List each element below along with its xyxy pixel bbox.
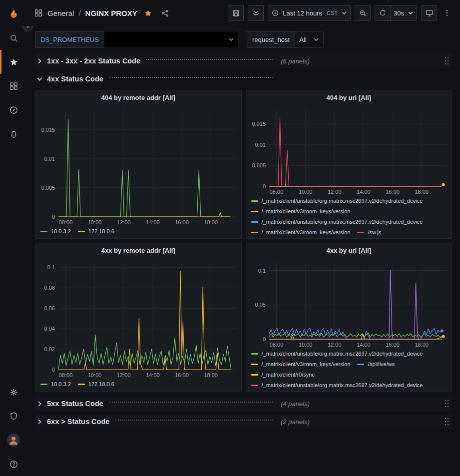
legend-item[interactable]: /api/live/ws [357,360,395,369]
row-drag-handle-icon[interactable] [442,398,451,409]
svg-text:10:00: 10:00 [298,189,312,195]
row-drag-handle-icon[interactable] [442,416,451,427]
breadcrumb-section[interactable]: General [47,9,74,17]
avatar [7,434,20,447]
save-dashboard-button[interactable] [228,5,244,21]
grafana-logo[interactable] [7,6,20,20]
timeseries-chart[interactable]: 00.050.108:0010:0012:0014:0016:0018:00 [246,258,452,349]
chevron-down-icon [408,10,414,16]
svg-text:0.005: 0.005 [41,185,55,191]
legend-item[interactable]: /_matrix/client/v3/room_keys/version [251,207,351,216]
share-icon[interactable] [159,7,171,19]
svg-text:18:00: 18:00 [204,372,218,378]
sidebar-item-profile[interactable] [0,428,27,452]
svg-text:0.01: 0.01 [255,142,265,148]
timeseries-chart[interactable]: 00.0050.010.01508:0010:0012:0014:0016:00… [246,105,452,196]
dashboard-content: 1xx - 3xx - 2xx Status Code (6 panels) 4… [27,53,460,429]
svg-text:0.04: 0.04 [44,326,55,332]
legend-item[interactable]: 172.18.0.6 [78,380,114,389]
refresh-interval-select[interactable]: 30s [390,5,417,21]
legend-item[interactable]: 10.0.3.2 [40,227,71,236]
sidebar-item-search[interactable] [0,26,27,50]
zoom-out-button[interactable] [355,5,371,21]
chevron-down-icon [341,10,347,16]
sidebar-item-explore[interactable] [0,98,27,122]
request-host-label[interactable]: request_host [247,31,295,48]
breadcrumb: General / NGINX PROXY [34,7,171,19]
svg-text:08:00: 08:00 [59,219,73,225]
legend-item[interactable]: /_matrix/client/v3/room_keys/version [251,228,351,237]
sidebar-item-server-admin[interactable] [0,404,27,428]
dotted-leader [146,59,273,60]
row-drag-handle-icon[interactable] [442,55,451,66]
breadcrumb-separator: / [78,9,80,17]
request-host-variable: request_host All [247,31,324,48]
timeseries-chart[interactable]: 00.0050.010.01508:0010:0012:0014:0016:00… [35,105,241,227]
svg-text:16:00: 16:00 [386,189,400,195]
svg-text:0.1: 0.1 [47,264,55,270]
sidebar-item-starred[interactable] [0,50,27,74]
refresh-button[interactable] [375,5,391,21]
legend-swatch [251,200,258,202]
tv-view-button[interactable] [421,5,437,21]
chart-legend: 10.0.3.2172.18.0.6 [35,380,241,391]
legend-item[interactable]: /_matrix/client/unstable/org.matrix.msc2… [251,350,423,358]
sidebar-item-alerting[interactable] [0,122,27,146]
row-header-6xx[interactable]: 6xx > Status Code (2 panels) [35,415,452,429]
svg-text:12:00: 12:00 [117,372,131,378]
svg-text:0.005: 0.005 [252,162,266,168]
sidebar-item-dashboards[interactable] [0,74,27,98]
sidebar-item-configuration[interactable] [0,380,27,404]
datasource-select[interactable] [104,31,239,48]
dashboard-settings-button[interactable] [248,5,264,21]
kebab-menu-icon[interactable] [441,7,453,19]
request-host-value: All [299,36,306,43]
legend-item[interactable]: 10.0.3.2 [40,380,71,389]
svg-text:0.1: 0.1 [258,268,265,274]
panel-grid-4xx: 404 by remote addr [All] 00.0050.010.015… [35,90,452,392]
svg-text:10:00: 10:00 [88,372,102,378]
legend-swatch [251,374,258,376]
panel-title[interactable]: 404 by uri [All] [246,90,452,105]
favorite-star-icon[interactable] [142,7,154,19]
legend-swatch [78,384,85,385]
legend-swatch [40,231,47,232]
sidebar-item-help[interactable] [0,452,27,476]
legend-swatch [251,364,258,365]
svg-text:16:00: 16:00 [175,372,189,378]
svg-text:0.08: 0.08 [44,285,55,291]
legend-item[interactable]: /_matrix/client/v3/room_keys/version [251,360,351,369]
chart-legend: 10.0.3.2172.18.0.6 [35,227,241,238]
svg-text:18:00: 18:00 [415,189,429,195]
time-range-picker[interactable]: Last 12 hours CST [268,5,351,21]
svg-text:0: 0 [262,183,265,189]
legend-item[interactable]: 172.18.0.6 [78,227,114,236]
request-host-select[interactable]: All [295,31,324,48]
svg-text:16:00: 16:00 [386,342,400,348]
clock-icon [271,9,279,17]
chevron-right-icon [36,401,43,407]
row-panel-count: (4 panels) [281,400,310,408]
panel-title[interactable]: 4xx by remote addr [All] [35,243,241,258]
legend-item[interactable]: /_matrix/client/r0/sync [251,371,315,379]
legend-item[interactable]: /_matrix/client/unstable/org.matrix.msc2… [251,197,423,205]
legend-swatch [357,364,364,365]
dashboard-title[interactable]: NGINX PROXY [85,9,137,17]
row-header-1xx-3xx-2xx[interactable]: 1xx - 3xx - 2xx Status Code (6 panels) [35,54,452,68]
legend-item[interactable]: /_matrix/client/unstable/org.matrix.msc2… [251,381,423,390]
dashboard-grid-icon [34,8,43,17]
svg-text:0: 0 [52,367,55,373]
row-header-4xx[interactable]: 4xx Status Code [35,72,452,86]
panel-title[interactable]: 4xx by uri [All] [246,243,452,258]
panel-title[interactable]: 404 by remote addr [All] [35,90,241,105]
time-range-label: Last 12 hours [283,9,322,17]
legend-item[interactable]: /sw.js [357,228,381,237]
legend-item[interactable]: /_matrix/client/unstable/org.matrix.msc2… [251,218,423,226]
datasource-label[interactable]: DS_PROMETHEUS [35,31,104,48]
row-header-5xx[interactable]: 5xx Status Code (4 panels) [35,397,452,411]
timeseries-chart[interactable]: 00.020.040.060.080.108:0010:0012:0014:00… [35,258,241,380]
svg-text:16:00: 16:00 [175,219,189,225]
dotted-leader [115,420,273,421]
dashboard-main: DS_PROMETHEUS request_host All [27,26,460,476]
chart-svg: 00.0050.010.01508:0010:0012:0014:0016:00… [246,105,452,196]
